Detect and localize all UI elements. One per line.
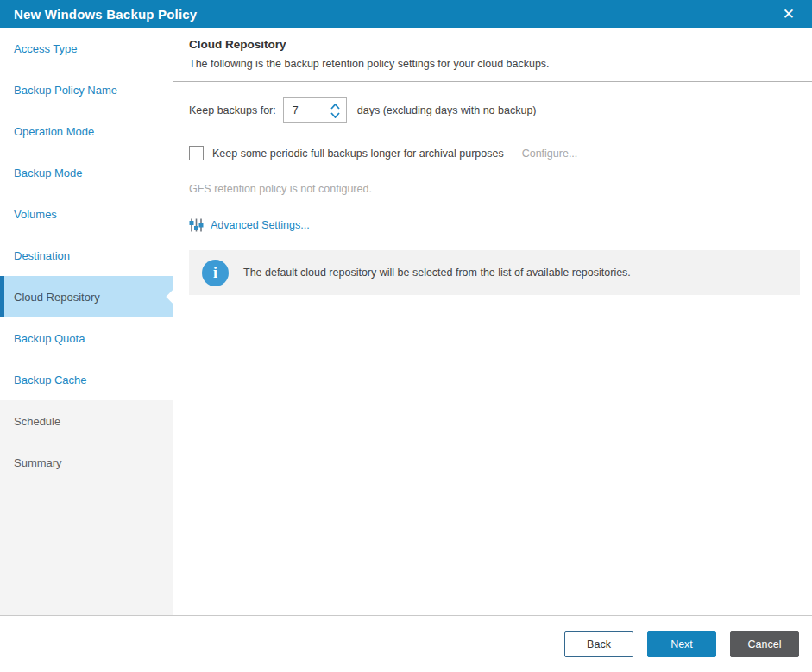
gfs-row: Keep some periodic full backups longer f… [189, 146, 800, 160]
sidebar-item-summary[interactable]: Summary [0, 442, 173, 483]
sidebar-item-label: Access Type [14, 42, 77, 55]
info-banner-text: The default cloud repository will be sel… [243, 267, 631, 279]
page-subtitle: The following is the backup retention po… [189, 58, 796, 70]
gfs-checkbox-label[interactable]: Keep some periodic full backups longer f… [212, 148, 504, 160]
keep-backups-days-input[interactable]: 7 [283, 97, 347, 123]
advanced-settings-label[interactable]: Advanced Settings... [211, 219, 310, 231]
sidebar-item-backup-cache[interactable]: Backup Cache [0, 359, 173, 400]
sidebar-filler [0, 483, 173, 615]
sidebar-item-label: Destination [14, 249, 70, 262]
gfs-status-text: GFS retention policy is not configured. [189, 183, 800, 195]
sidebar-item-label: Backup Policy Name [14, 84, 117, 97]
page-title: Cloud Repository [189, 38, 796, 51]
info-banner: i The default cloud repository will be s… [189, 250, 800, 295]
keep-backups-suffix: days (excluding days with no backup) [357, 104, 537, 116]
spinner-up-icon[interactable] [330, 104, 340, 110]
content-pane: Cloud Repository The following is the ba… [173, 28, 812, 615]
window-title: New Windows Backup Policy [14, 7, 197, 22]
sidebar-item-schedule[interactable]: Schedule [0, 400, 173, 442]
retention-row: Keep backups for: 7 days (excluding days… [189, 97, 800, 123]
back-button[interactable]: Back [564, 631, 633, 657]
sidebar-item-label: Cloud Repository [14, 291, 100, 304]
spinner-down-icon[interactable] [330, 112, 340, 118]
advanced-settings-link[interactable]: Advanced Settings... [189, 218, 310, 232]
sidebar-item-backup-quota[interactable]: Backup Quota [0, 317, 173, 359]
title-bar: New Windows Backup Policy ✕ [0, 0, 812, 28]
sidebar-item-destination[interactable]: Destination [0, 235, 173, 276]
info-icon: i [202, 260, 229, 286]
sidebar-item-label: Schedule [14, 415, 60, 428]
keep-backups-label: Keep backups for: [189, 104, 276, 116]
sidebar-item-backup-mode[interactable]: Backup Mode [0, 152, 173, 193]
dialog-body: Access TypeBackup Policy NameOperation M… [0, 28, 812, 615]
sidebar-item-label: Backup Cache [14, 374, 87, 386]
sidebar-item-label: Summary [14, 456, 62, 469]
sidebar-item-volumes[interactable]: Volumes [0, 193, 173, 235]
sidebar-item-backup-policy-name[interactable]: Backup Policy Name [0, 69, 173, 110]
spinner-controls [325, 98, 346, 122]
sidebar-item-cloud-repository[interactable]: Cloud Repository [0, 276, 173, 317]
sidebar-item-label: Operation Mode [14, 125, 94, 138]
gfs-checkbox[interactable] [189, 146, 204, 160]
sidebar-item-label: Volumes [14, 208, 57, 221]
content-header: Cloud Repository The following is the ba… [173, 28, 812, 82]
sidebar-item-access-type[interactable]: Access Type [0, 28, 173, 69]
sliders-icon [189, 218, 204, 232]
configure-button[interactable]: Configure... [522, 148, 578, 160]
sidebar-item-operation-mode[interactable]: Operation Mode [0, 110, 173, 152]
close-icon[interactable]: ✕ [779, 5, 798, 23]
sidebar-item-label: Backup Quota [14, 332, 85, 345]
keep-backups-days-value[interactable]: 7 [284, 98, 325, 122]
wizard-steps-sidebar: Access TypeBackup Policy NameOperation M… [0, 28, 173, 615]
cancel-button[interactable]: Cancel [730, 631, 799, 657]
footer-bar: Back Next Cancel [0, 615, 812, 672]
sidebar-item-label: Backup Mode [14, 166, 83, 179]
next-button[interactable]: Next [647, 631, 716, 657]
new-windows-backup-policy-dialog: New Windows Backup Policy ✕ Access TypeB… [0, 0, 812, 672]
content-body: Keep backups for: 7 days (excluding days… [173, 82, 812, 311]
